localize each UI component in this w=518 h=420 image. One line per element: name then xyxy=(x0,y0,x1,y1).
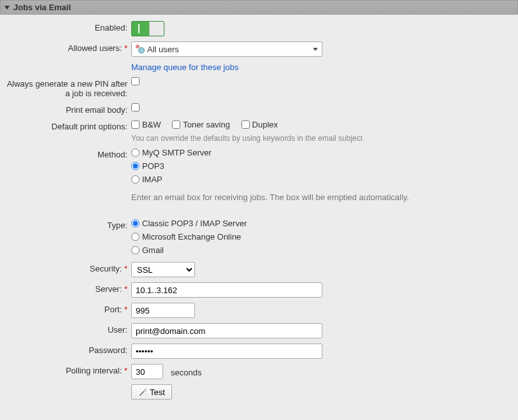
label-type: Type: xyxy=(0,219,131,230)
type-classic[interactable]: Classic POP3 / IMAP Server xyxy=(131,219,247,228)
bw-option[interactable]: B&W xyxy=(131,120,161,129)
polling-unit: seconds xyxy=(171,366,201,377)
user-input[interactable] xyxy=(131,323,322,338)
method-smtp[interactable]: MyQ SMTP Server xyxy=(131,148,212,157)
security-select[interactable]: SSL xyxy=(131,262,195,277)
type-gmail[interactable]: Gmail xyxy=(131,245,247,255)
password-input[interactable] xyxy=(131,344,322,359)
label-user: User: xyxy=(0,323,131,335)
chevron-down-icon xyxy=(313,48,318,51)
method-pop3-radio[interactable] xyxy=(131,162,140,170)
manage-queue-link[interactable]: Manage queue for these jobs xyxy=(131,62,322,72)
duplex-checkbox[interactable] xyxy=(241,120,250,129)
section-header[interactable]: Jobs via Email xyxy=(0,0,518,15)
label-port: Port: * xyxy=(0,303,131,314)
label-print-body: Print email body: xyxy=(0,103,131,115)
collapse-icon xyxy=(4,6,10,10)
allowed-users-value: All users xyxy=(147,45,179,54)
label-polling: Polling interval: * xyxy=(0,364,131,375)
allowed-users-dropdown[interactable]: All users xyxy=(131,41,322,57)
print-body-checkbox[interactable] xyxy=(131,103,140,112)
svg-point-1 xyxy=(146,388,147,389)
method-hint: Enter an email box for receiving jobs. T… xyxy=(131,192,409,202)
bw-checkbox[interactable] xyxy=(131,120,140,129)
method-imap[interactable]: IMAP xyxy=(131,175,212,184)
toner-option[interactable]: Toner saving xyxy=(172,120,230,129)
label-method: Method: xyxy=(0,148,131,159)
default-opts-hint: You can override the defaults by using k… xyxy=(131,134,363,143)
type-mso-radio[interactable] xyxy=(131,233,140,241)
polling-input[interactable] xyxy=(131,364,163,379)
toner-checkbox[interactable] xyxy=(172,120,180,129)
duplex-option[interactable]: Duplex xyxy=(241,120,278,129)
type-classic-radio[interactable] xyxy=(131,219,140,228)
default-options-group: B&W Toner saving Duplex xyxy=(131,120,363,131)
pin-checkbox[interactable] xyxy=(131,77,140,85)
label-password: Password: xyxy=(0,344,131,355)
users-icon xyxy=(136,45,145,54)
wand-icon xyxy=(138,387,147,396)
svg-point-2 xyxy=(145,391,146,392)
label-pin: Always generate a new PIN after a job is… xyxy=(0,77,131,98)
method-pop3[interactable]: POP3 xyxy=(131,161,212,171)
svg-point-0 xyxy=(145,389,146,391)
method-imap-radio[interactable] xyxy=(131,175,140,184)
label-allowed-users: Allowed users: * xyxy=(0,41,131,53)
server-input[interactable] xyxy=(131,282,322,298)
section-title: Jobs via Email xyxy=(13,3,71,12)
method-smtp-radio[interactable] xyxy=(131,148,140,157)
type-gmail-radio[interactable] xyxy=(131,246,140,254)
label-enabled: Enabled: xyxy=(0,21,131,33)
port-input[interactable] xyxy=(131,303,195,318)
test-button[interactable]: Test xyxy=(131,384,172,400)
enabled-toggle[interactable] xyxy=(131,21,164,36)
type-mso[interactable]: Microsoft Exchange Online xyxy=(131,232,247,242)
label-default-opts: Default print options: xyxy=(0,120,131,131)
label-server: Server: * xyxy=(0,282,131,294)
label-security: Security: * xyxy=(0,262,131,273)
